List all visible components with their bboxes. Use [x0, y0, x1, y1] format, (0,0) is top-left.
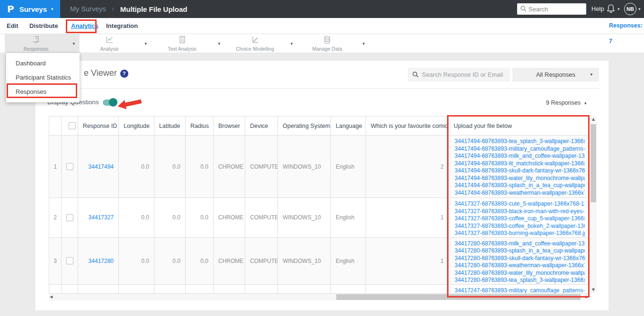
menu-item-dashboard[interactable]: Dashboard [6, 56, 80, 71]
chevron-down-icon: ▾ [584, 101, 587, 106]
uploaded-file-link[interactable]: 34417280-68763893-milk_and_coffee-wallpa… [455, 240, 585, 248]
row-checkbox[interactable] [66, 163, 73, 170]
tab-edit[interactable]: Edit [7, 18, 18, 34]
table-vertical-scrollbar[interactable]: ▲ ▼ [590, 116, 597, 293]
row-checkbox[interactable] [66, 257, 73, 264]
uploaded-file-link[interactable]: 34417494-68763893-lit_matchstick-wallpap… [455, 160, 585, 168]
product-switcher[interactable]: P Surveys ▾ [0, 0, 60, 18]
page-title: e Viewer? [84, 68, 128, 78]
avatar[interactable]: NB [624, 3, 636, 15]
uploaded-file-link[interactable]: 34417494-68763893-tea_splash_3-wallpaper… [455, 138, 585, 145]
cell-radius: 0.0 [186, 198, 214, 238]
uploaded-file-link[interactable]: 34417327-68763893-black-iron-man-with-re… [455, 208, 585, 216]
col-header-longitude[interactable]: Longitude [119, 117, 154, 135]
help-link[interactable]: Help [591, 0, 604, 18]
global-search-input[interactable] [517, 3, 586, 15]
col-header-upload-your-file-below[interactable]: Upload your file below [449, 117, 590, 135]
col-header-browser[interactable]: Browser [214, 117, 245, 135]
chevron-down-icon[interactable]: ▾ [144, 34, 147, 53]
chevron-down-icon[interactable]: ▾ [290, 34, 293, 53]
tab-integration[interactable]: Integration [106, 18, 138, 34]
cell-uploaded-files: 34417327-68763893-cute_5-wallpaper-1366x… [449, 198, 590, 238]
chevron-down-icon[interactable]: ▾ [638, 0, 641, 18]
breadcrumb-my-surveys[interactable]: My Surveys [70, 5, 106, 13]
menu-item-participant-statistics[interactable]: Participant Statistics [6, 71, 80, 85]
col-header-which-is-your-favourite-comics[interactable]: Which is your favourite comics? [366, 117, 449, 135]
response-id-link[interactable]: 34417280 [89, 258, 114, 264]
chevron-down-icon[interactable]: ▾ [72, 34, 75, 53]
cell-longitude: 0.0 [119, 237, 154, 284]
toolbar-text-analysis[interactable]: Text Analysis▾ [152, 34, 225, 53]
toolbar-responses[interactable]: Responses▾ [5, 34, 80, 53]
display-questions-toggle[interactable] [103, 99, 117, 106]
notifications-bell-icon[interactable] [607, 4, 615, 16]
toolbar-analysis[interactable]: Analysis▾ [80, 34, 152, 53]
scroll-right-icon[interactable]: ▶ [586, 294, 589, 300]
uploaded-file-link[interactable]: 34417327-68763893-coffee_bokeh_2-wallpap… [455, 223, 585, 230]
uploaded-file-link[interactable]: 34417280-68763893-splash_in_a_tea_cup-wa… [455, 247, 585, 255]
breadcrumb: My Surveys › Multiple File Upload [70, 0, 187, 18]
uploaded-file-link[interactable]: 34417327-68763893-coffee_cup_5-wallpaper… [455, 215, 585, 223]
table-row: 34417247-68763893-military_camouflage_pa… [49, 284, 590, 294]
uploaded-file-link[interactable]: 34417494-68763893-weatherman-wallpaper-1… [455, 190, 585, 197]
col-header-operating-system[interactable]: Operating System [278, 117, 331, 135]
scroll-down-icon[interactable]: ▼ [590, 288, 597, 292]
cell-response-id [78, 284, 119, 294]
cell-comics: 1 [366, 237, 449, 284]
hscroll-thumb[interactable] [336, 294, 581, 300]
scroll-up-icon[interactable]: ▲ [590, 117, 597, 121]
uploaded-file-link[interactable]: 34417494-68763893-military_camouflage_pa… [455, 145, 585, 153]
tab-analytics[interactable]: Analytics [71, 18, 98, 34]
responses-page-dropdown[interactable]: 9 Responses▾ [546, 99, 587, 106]
vscroll-thumb[interactable] [590, 124, 596, 202]
response-id-link[interactable]: 34417327 [89, 214, 114, 221]
scroll-left-icon[interactable]: ◀ [50, 294, 53, 300]
select-all-checkbox[interactable] [69, 122, 76, 129]
uploaded-file-link[interactable]: 34417280-68763893-weatherman-wallpaper-1… [455, 262, 585, 270]
help-icon[interactable]: ? [120, 70, 128, 78]
cell-select [62, 284, 78, 294]
cell-response-id: 34417494 [78, 135, 119, 198]
cell-comics: 1 [366, 198, 449, 238]
uploaded-file-link[interactable]: 34417494-68763893-milk_and_coffee-wallpa… [455, 153, 585, 160]
col-header-latitude[interactable]: Latitude [154, 117, 186, 135]
uploaded-file-link[interactable]: 34417280-68763893-skull-dark-fantasy-wr-… [455, 255, 585, 262]
responses-count[interactable]: Responses: 7 [609, 18, 644, 34]
uploaded-file-link[interactable]: 34417327-68763893-burning-wallpaper-1366… [455, 230, 585, 237]
response-search-input[interactable] [408, 68, 510, 81]
col-header-radius[interactable]: Radius [186, 117, 214, 135]
col-header-label: Device [250, 123, 268, 129]
chevron-down-icon[interactable]: ▾ [218, 34, 220, 53]
toolbar-manage-data[interactable]: Manage Data▾ [297, 34, 369, 53]
cell-select [62, 237, 78, 284]
row-checkbox[interactable] [66, 214, 73, 221]
uploaded-file-link[interactable]: 34417280-68763893-water_lily_monochrome-… [455, 270, 585, 277]
cell-row-number: 2 [49, 198, 62, 238]
uploaded-file-link[interactable]: 34417280-68763893-tea_splash_3-wallpaper… [455, 277, 585, 284]
col-header-response-id[interactable]: Response ID▲ [78, 117, 119, 135]
toolbar-choice-modelling[interactable]: Choice Modelling▾ [225, 34, 297, 53]
tab-distribute[interactable]: Distribute [29, 18, 58, 34]
uploaded-file-link[interactable]: 34417494-68763893-skull-dark-fantasy-wr-… [455, 167, 585, 175]
col-header-language[interactable]: Language [331, 117, 366, 135]
col-header-row-number [49, 117, 62, 135]
uploaded-file-link[interactable]: 34417327-68763893-cute_5-wallpaper-1366x… [455, 200, 585, 208]
uploaded-file-link[interactable]: 34417247-68763893-military_camouflage_pa… [455, 287, 585, 294]
menu-item-responses[interactable]: Responses [6, 85, 80, 99]
cell-longitude: 0.0 [119, 198, 154, 238]
cell-device: COMPUTER [245, 135, 278, 198]
chevron-down-icon[interactable]: ▾ [362, 34, 365, 53]
chevron-down-icon: ▾ [51, 7, 54, 11]
response-filter-dropdown[interactable]: All Responses ▾ [512, 68, 599, 81]
col-header-device[interactable]: Device [245, 117, 278, 135]
chevron-down-icon[interactable]: ▾ [617, 0, 620, 18]
uploaded-file-link[interactable]: 34417494-68763893-splash_in_a_tea_cup-wa… [455, 182, 585, 190]
cell-browser: CHROME [214, 198, 245, 238]
cell-os: WINDOWS_10 [278, 135, 331, 198]
choice-modelling-icon [225, 36, 285, 44]
col-header-label: Browser [218, 123, 240, 129]
cell-row-number [49, 284, 62, 294]
table-horizontal-scrollbar[interactable]: ◀ ▶ [49, 294, 590, 300]
response-id-link[interactable]: 34417494 [89, 163, 114, 170]
uploaded-file-link[interactable]: 34417494-68763893-water_lily_monochrome-… [455, 175, 585, 182]
